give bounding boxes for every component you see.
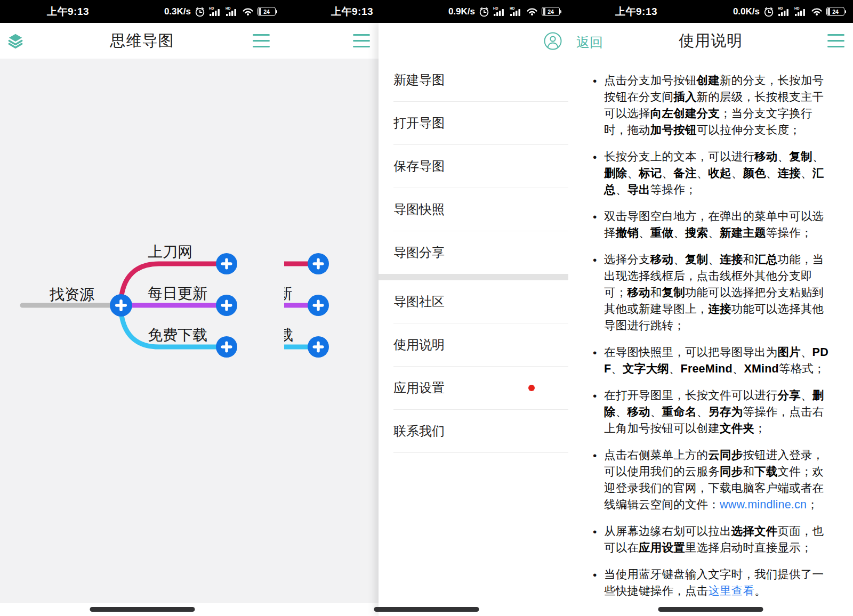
menu-item-label: 导图社区 [393,293,445,310]
svg-text:HD: HD [794,6,800,10]
plain-text: 、 [801,346,812,359]
plain-text: 、 [662,167,674,180]
bullet-text: 从屏幕边缘右划可以拉出选择文件页面，也可以在应用设置里选择启动时直接显示； [604,523,830,556]
mindmap-canvas[interactable]: 找资源 上刀网 每日更新 免费下载 [0,59,284,603]
svg-text:HD: HD [209,6,214,10]
menu-hamburger-icon[interactable] [253,34,270,47]
plain-text: 可以拉伸分支长度； [697,124,801,136]
bold-text: 插入 [673,91,696,103]
plain-text: 在打开导图里，长按文件可以进行 [604,389,778,402]
branch2-plus-button[interactable] [308,295,329,316]
battery-icon: 24 [542,7,560,16]
branch-label-3[interactable]: 免费下载 [148,327,207,343]
bullet-marker: • [593,72,604,139]
root-node-label[interactable]: 找资源 [49,286,94,303]
svg-text:HD: HD [510,6,515,10]
battery-level: 24 [263,9,270,15]
root-plus-button[interactable] [110,294,132,317]
menu-item-top-1[interactable]: 打开导图 [379,102,568,144]
plain-text: 点击分支加号按钮 [604,74,697,87]
menu-hamburger-icon[interactable] [827,34,844,47]
wifi-icon [526,7,538,16]
bullet-marker: • [593,523,604,556]
help-bullet-5: •在导图快照里，可以把导图导出为图片、PDF、文字大纲、FreeMind、XMi… [568,344,853,377]
mindmap-strip[interactable]: 新 载 [284,59,379,603]
bold-text: 连接 [720,253,743,266]
branch3-plus-button[interactable] [216,336,237,358]
status-bar: 上午9:13 0.0K/s HD HD 24 [568,0,853,23]
network-speed: 0.9K/s [448,6,475,17]
help-bullet-6: •在打开导图里，长按文件可以进行分享、删除、移动、重命名、另存为等操作，点击右上… [568,387,853,437]
bold-text: 标记 [639,167,662,180]
plain-text: 。 [754,585,766,597]
plain-text: ； [754,422,766,435]
plain-text: 等格式； [779,362,825,375]
menu-item-bottom-1[interactable]: 使用说明 [379,323,568,366]
network-speed: 0.3K/s [164,6,191,17]
home-indicator[interactable] [374,607,479,612]
app-header: 返回 使用说明 [568,23,853,59]
plain-text: 和 [650,286,662,299]
bold-text: 新建主题 [720,226,766,239]
branch1-plus-button[interactable] [308,253,329,274]
bold-text: 移动 [627,406,650,418]
bold-text: 撤销 [616,226,639,239]
plain-text: 、 [801,167,812,180]
bullet-marker: • [593,208,604,241]
battery-level: 24 [832,9,839,15]
bold-text: 另存为 [708,406,743,418]
svg-text:HD: HD [778,6,783,10]
menu-item-label: 联系我们 [393,423,445,440]
branch-label-1[interactable]: 上刀网 [148,244,192,260]
bold-text: 云同步 [708,449,743,461]
menu-hamburger-icon[interactable] [353,34,370,47]
menu-item-top-4[interactable]: 导图分享 [379,231,568,274]
bullet-text: 双击导图空白地方，在弹出的菜单中可以选择撤销、重做、搜索、新建主题等操作； [604,208,830,241]
branch1-plus-button[interactable] [216,253,237,274]
bullet-marker: • [593,566,604,599]
help-link[interactable]: www.mindline.cn [720,498,807,511]
menu-item-top-3[interactable]: 导图快照 [379,188,568,231]
branch-label-2[interactable]: 每日更新 [148,285,207,302]
plain-text: 和 [743,253,754,266]
menu-item-bottom-2[interactable]: 应用设置 [379,367,568,409]
wifi-icon [242,7,254,16]
menu-item-top-0[interactable]: 新建导图 [379,59,568,101]
bullet-text: 在打开导图里，长按文件可以进行分享、删除、移动、重命名、另存为等操作，点击右上角… [604,387,830,437]
menu-item-top-2[interactable]: 保存导图 [379,145,568,188]
plain-text: 、 [673,226,685,239]
bullet-text: 点击右侧菜单上方的云同步按钮进入登录，可以使用我们的云服务同步和下载文件；欢迎登… [604,447,830,513]
help-link[interactable]: 这里查看 [708,585,754,597]
wifi-icon [811,7,823,16]
help-bullet-4: •选择分支移动、复制、连接和汇总功能，当出现选择线框后，点击线框外其他分支即可；… [568,252,853,334]
status-bar: 上午9:13 0.9K/s HD HD 24 [284,0,568,23]
status-bar: 上午9:13 0.3K/s HD HD 24 [0,0,284,23]
bold-text: XMind [744,362,779,375]
home-indicator[interactable] [658,607,763,612]
bullet-text: 选择分支移动、复制、连接和汇总功能，当出现选择线框后，点击线框外其他分支即可；移… [604,252,830,334]
notification-badge [528,385,535,391]
plain-text: 、 [812,150,824,163]
bold-text: 收起 [708,167,731,180]
page-title: 思维导图 [0,23,284,59]
menu-item-label: 新建导图 [393,71,445,88]
account-icon[interactable] [544,32,562,50]
bold-text: 复制 [662,286,685,299]
menu-item-bottom-3[interactable]: 联系我们 [379,410,568,452]
menu-item-label: 打开导图 [393,115,445,132]
bullet-marker: • [593,344,604,377]
status-icons: 0.9K/s HD HD 24 [448,6,560,17]
menu-item-label: 应用设置 [393,379,445,396]
bullet-marker: • [593,447,604,513]
menu-divider [393,452,568,453]
menu-item-bottom-0[interactable]: 导图社区 [379,280,568,323]
plain-text: 、 [669,362,681,375]
plain-text: 等操作； [650,183,697,196]
branch3-plus-button[interactable] [308,336,329,358]
plain-text: ； [807,498,818,511]
plain-text: 、 [801,389,812,402]
bullet-text: 在导图快照里，可以把导图导出为图片、PDF、文字大纲、FreeMind、XMin… [604,344,830,377]
branch2-plus-button[interactable] [216,295,237,316]
home-indicator[interactable] [90,607,195,612]
bold-text: 连接 [778,167,801,180]
